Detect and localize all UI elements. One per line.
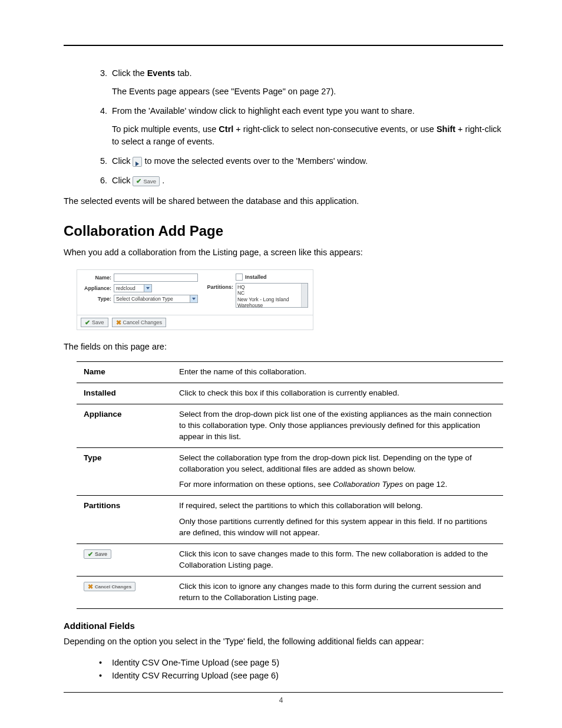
table-row: Name Enter the name of this collaboratio…: [77, 362, 503, 383]
partitions-d2: Only those partitions currently defined …: [179, 516, 497, 539]
top-rule: [64, 45, 503, 46]
table-cancel-label: Cancel Changes: [95, 584, 131, 590]
field-save-d: Click this icon to save changes made to …: [172, 543, 503, 576]
appliance-select[interactable]: redcloud: [114, 284, 152, 292]
field-name-d: Enter the name of this collaboration.: [172, 362, 503, 383]
field-type-h: Type: [77, 447, 172, 496]
table-row: Partitions If required, select the parti…: [77, 496, 503, 544]
name-input[interactable]: [114, 274, 198, 282]
step-3-bold: Events: [147, 68, 176, 78]
step-6-b: .: [162, 176, 164, 185]
fields-table: Name Enter the name of this collaboratio…: [77, 361, 503, 608]
section-heading: Collaboration Add Page: [64, 223, 503, 239]
chevron-down-icon: [144, 285, 151, 292]
installed-checkbox[interactable]: [236, 274, 243, 281]
check-icon: ✔: [136, 178, 141, 185]
table-row: Type Select the collaboration type from …: [77, 447, 503, 496]
step-4-text: From the 'Available' window click to hig…: [112, 106, 415, 116]
check-icon: ✔: [88, 551, 93, 558]
installed-label: Installed: [245, 274, 267, 280]
field-type-d2: For more information on these options, s…: [179, 479, 497, 490]
collaboration-add-form: Name: Appliance: redcloud Type: Select C…: [77, 269, 313, 330]
field-installed-h: Installed: [77, 383, 172, 404]
additional-heading: Additional Fields: [64, 621, 503, 631]
additional-item-0: Identity CSV One-Time Upload (see page 5…: [99, 656, 503, 669]
step-5-b: to move the selected events over to the …: [144, 156, 368, 166]
scrollbar[interactable]: [301, 284, 308, 307]
partition-item-0: HQ: [237, 284, 306, 290]
step-5-a: Click: [112, 156, 133, 166]
field-installed-d: Click to check this box if this collabor…: [172, 383, 503, 404]
x-icon: ✖: [116, 319, 121, 326]
step-6: Click ✔Save .: [110, 174, 503, 187]
step-3-sub: The Events page appears (see "Events Pag…: [112, 85, 503, 98]
table-save-label: Save: [95, 551, 107, 558]
step-3-text-c: tab.: [175, 68, 191, 78]
table-cancel-button[interactable]: ✖Cancel Changes: [84, 582, 135, 591]
partitions-listbox[interactable]: HQ NC New York - Long Island Warehouse: [236, 283, 308, 308]
step-4-sub: To pick multiple events, use Ctrl + righ…: [112, 123, 503, 148]
play-icon: [135, 162, 139, 166]
field-cancel-d: Click this icon to ignore any changes ma…: [172, 576, 503, 608]
table-row: ✔Save Click this icon to save changes ma…: [77, 543, 503, 576]
save-button-inline[interactable]: ✔Save: [133, 176, 160, 186]
additional-intro: Depending on the option you select in th…: [64, 635, 503, 648]
field-type-d1: Select the collaboration type from the d…: [179, 453, 497, 475]
table-row: Appliance Select from the drop-down pick…: [77, 404, 503, 447]
step-6-a: Click: [112, 176, 133, 185]
partitions-label: Partitions:: [203, 283, 236, 290]
outcome-text: The selected events will be shared betwe…: [64, 195, 503, 207]
table-row: Installed Click to check this box if thi…: [77, 383, 503, 404]
appliance-label: Appliance:: [82, 285, 114, 291]
name-label: Name:: [82, 275, 114, 281]
field-partitions-h: Partitions: [77, 496, 172, 544]
additional-list: Identity CSV One-Time Upload (see page 5…: [64, 656, 503, 683]
additional-item-1: Identity CSV Recurring Upload (see page …: [99, 669, 503, 682]
step-3: Click the Events tab. The Events page ap…: [110, 67, 503, 98]
type-select[interactable]: Select Collaboration Type: [114, 295, 198, 303]
type-d2b: Collaboration Types: [333, 480, 403, 489]
page-number: 4: [0, 696, 562, 704]
step-4-shift: Shift: [437, 124, 455, 134]
table-save-button[interactable]: ✔Save: [84, 549, 111, 559]
step-5: Click to move the selected events over t…: [110, 155, 503, 167]
type-label: Type:: [82, 296, 114, 302]
step-3-text-a: Click the: [112, 68, 147, 78]
check-icon: ✔: [85, 319, 90, 326]
section-intro: When you add a collaboration from the Li…: [64, 246, 503, 259]
spacer: [203, 274, 236, 275]
field-save-h: ✔Save: [77, 543, 172, 576]
partitions-d1: If required, select the partitions to wh…: [179, 500, 497, 512]
form-cancel-button[interactable]: ✖Cancel Changes: [112, 318, 167, 327]
step-4: From the 'Available' window click to hig…: [110, 105, 503, 148]
appliance-value: redcloud: [116, 285, 135, 291]
field-name-h: Name: [77, 362, 172, 383]
step-4-ctrl: Ctrl: [219, 124, 233, 134]
type-value: Select Collaboration Type: [116, 296, 173, 302]
step-4-sub-a: To pick multiple events, use: [112, 124, 219, 134]
save-button-inline-label: Save: [143, 179, 156, 185]
move-right-button[interactable]: [133, 157, 142, 167]
numbered-steps: Click the Events tab. The Events page ap…: [64, 67, 503, 187]
form-save-label: Save: [92, 319, 104, 325]
field-appliance-h: Appliance: [77, 404, 172, 447]
step-4-sub-c: + right-click to select non-consecutive …: [233, 124, 437, 134]
form-save-button[interactable]: ✔Save: [81, 318, 108, 327]
fields-intro: The fields on this page are:: [64, 341, 503, 353]
partition-item-2: New York - Long Island Warehouse: [237, 297, 306, 308]
field-cancel-h: ✖Cancel Changes: [77, 576, 172, 608]
form-cancel-label: Cancel Changes: [123, 319, 163, 325]
x-icon: ✖: [88, 584, 93, 590]
chevron-down-icon: [190, 295, 197, 302]
field-appliance-d: Select from the drop-down pick list one …: [172, 404, 503, 447]
type-d2c: on page 12.: [403, 480, 447, 489]
bottom-rule: [64, 692, 503, 693]
partition-item-1: NC: [237, 290, 306, 296]
field-type-d: Select the collaboration type from the d…: [172, 447, 503, 496]
field-partitions-d: If required, select the partitions to wh…: [172, 496, 503, 544]
table-row: ✖Cancel Changes Click this icon to ignor…: [77, 576, 503, 608]
type-d2a: For more information on these options, s…: [179, 480, 333, 489]
